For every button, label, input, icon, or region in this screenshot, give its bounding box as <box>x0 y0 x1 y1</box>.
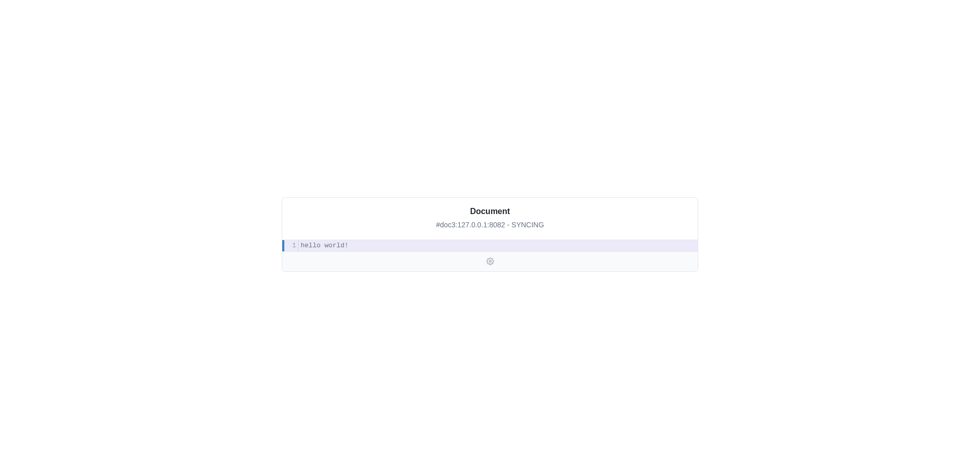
card-header: Document #doc3:127.0.0.1:8082 - SYNCING <box>282 198 698 240</box>
gear-icon <box>486 257 494 265</box>
document-status: #doc3:127.0.0.1:8082 - SYNCING <box>292 220 688 230</box>
svg-point-0 <box>489 261 491 263</box>
code-editor[interactable]: 1 hello world! <box>282 240 698 252</box>
editor-line[interactable]: 1 hello world! <box>282 240 698 251</box>
line-number: 1 <box>284 240 299 251</box>
settings-button[interactable] <box>485 257 495 266</box>
document-card: Document #doc3:127.0.0.1:8082 - SYNCING … <box>282 197 698 272</box>
document-title: Document <box>292 206 688 217</box>
line-content[interactable]: hello world! <box>299 240 698 251</box>
card-footer <box>282 252 698 271</box>
